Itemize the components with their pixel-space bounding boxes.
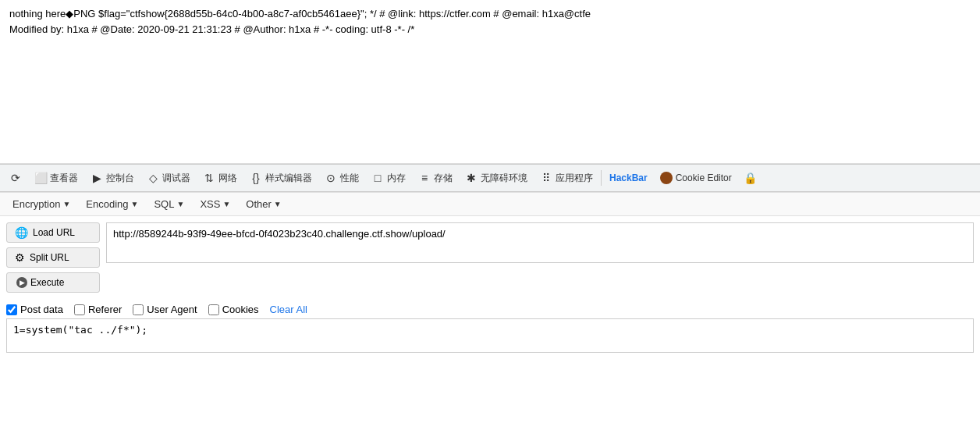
- useragent-checkbox[interactable]: [133, 304, 144, 315]
- split-url-icon: ⚙: [15, 251, 25, 264]
- hackbar-panel: Encryption ▼ Encoding ▼ SQL ▼ XSS ▼ Othe…: [0, 192, 980, 361]
- useragent-checkbox-label[interactable]: User Agent: [133, 304, 197, 315]
- app-btn[interactable]: ⠿ 应用程序: [534, 169, 599, 188]
- cookies-checkbox[interactable]: [208, 304, 219, 315]
- execute-button[interactable]: ▶ Execute: [6, 272, 100, 293]
- lock-icon: 🔒: [744, 172, 757, 184]
- devtools-toolbar: ⟳ ⬜ 查看器 ▶ 控制台 ◇ 调试器 ⇅ 网络 {} 样式编辑器 ⊙ 性能 □…: [0, 164, 980, 192]
- memory-btn[interactable]: □ 内存: [365, 169, 412, 188]
- referer-checkbox-label[interactable]: Referer: [74, 304, 122, 315]
- accessibility-btn[interactable]: ✱ 无障碍环境: [459, 169, 534, 188]
- back-forward-btn[interactable]: ⟳: [3, 169, 28, 187]
- hackbar-main: 🌐 Load URL ⚙ Split URL ▶ Execute: [0, 216, 980, 299]
- other-arrow-icon: ▼: [274, 200, 282, 208]
- sql-menu[interactable]: SQL ▼: [147, 196, 190, 212]
- postdata-textarea[interactable]: [6, 318, 974, 353]
- content-line2: Modified by: h1xa # @Date: 2020-09-21 21…: [9, 22, 971, 37]
- execute-play-icon: ▶: [16, 277, 27, 288]
- postdata-checkbox-label[interactable]: Post data: [6, 304, 63, 315]
- sql-arrow-icon: ▼: [176, 200, 184, 208]
- style-editor-btn[interactable]: {} 样式编辑器: [243, 169, 318, 188]
- debugger-btn[interactable]: ◇ 调试器: [140, 169, 197, 188]
- performance-btn[interactable]: ⊙ 性能: [318, 169, 365, 188]
- style-editor-icon: {}: [250, 172, 262, 184]
- encryption-arrow-icon: ▼: [62, 200, 70, 208]
- hackbar-tab-btn[interactable]: HackBar: [603, 169, 654, 187]
- cookie-editor-tab-btn[interactable]: Cookie Editor: [654, 169, 738, 187]
- storage-icon: ≡: [418, 172, 431, 184]
- console-btn[interactable]: ▶ 控制台: [84, 169, 140, 188]
- referer-checkbox[interactable]: [74, 304, 85, 315]
- xss-arrow-icon: ▼: [222, 200, 230, 208]
- hackbar-url-area: [106, 222, 974, 293]
- app-icon: ⠿: [540, 172, 552, 184]
- hackbar-actions: 🌐 Load URL ⚙ Split URL ▶ Execute: [6, 222, 100, 293]
- split-url-button[interactable]: ⚙ Split URL: [6, 247, 100, 268]
- postdata-textarea-wrap: [0, 318, 980, 361]
- url-input[interactable]: [106, 222, 974, 263]
- memory-icon: □: [371, 172, 384, 184]
- network-btn[interactable]: ⇅ 网络: [197, 169, 243, 188]
- cookies-checkbox-label[interactable]: Cookies: [208, 304, 259, 315]
- load-url-icon: 🌐: [15, 226, 28, 239]
- xss-menu[interactable]: XSS ▼: [194, 196, 236, 212]
- encryption-menu[interactable]: Encryption ▼: [6, 196, 76, 212]
- page-content: nothing here◆PNG $flag="ctfshow{2688d55b…: [0, 0, 980, 164]
- load-url-button[interactable]: 🌐 Load URL: [6, 222, 100, 243]
- console-icon: ▶: [91, 172, 103, 184]
- hackbar-menubar: Encryption ▼ Encoding ▼ SQL ▼ XSS ▼ Othe…: [0, 193, 980, 216]
- postdata-checkbox[interactable]: [6, 304, 17, 315]
- lock-btn[interactable]: 🔒: [738, 169, 763, 187]
- network-icon: ⇅: [203, 172, 215, 184]
- inspector-btn[interactable]: ⬜ 查看器: [28, 169, 84, 188]
- storage-btn[interactable]: ≡ 存储: [412, 169, 459, 188]
- accessibility-icon: ✱: [465, 172, 478, 184]
- clear-all-link[interactable]: Clear All: [270, 304, 307, 315]
- back-forward-icon: ⟳: [9, 172, 22, 184]
- encoding-arrow-icon: ▼: [131, 200, 139, 208]
- postdata-row: Post data Referer User Agent Cookies Cle…: [0, 299, 980, 318]
- content-line1: nothing here◆PNG $flag="ctfshow{2688d55b…: [9, 6, 971, 22]
- toolbar-separator-1: [601, 170, 602, 186]
- inspector-icon: ⬜: [34, 172, 47, 184]
- performance-icon: ⊙: [325, 172, 337, 184]
- encoding-menu[interactable]: Encoding ▼: [80, 196, 144, 212]
- debugger-icon: ◇: [147, 172, 159, 184]
- other-menu[interactable]: Other ▼: [240, 196, 287, 212]
- cookie-icon: [660, 172, 673, 184]
